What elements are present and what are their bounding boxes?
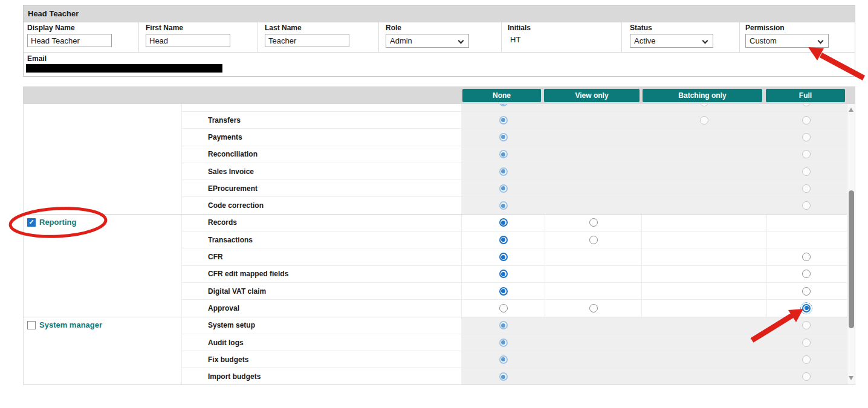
section-checkbox-reporting[interactable] [27,218,36,227]
view-cell [545,266,641,282]
full-cell [766,215,846,231]
accruals-batching-radio [700,104,708,106]
full-cell [766,232,846,248]
field-divider [138,22,139,52]
feature-cell: Audit logs [182,334,461,351]
eprocurement-full-radio [802,184,811,193]
feature-cell: Fix budgets [182,351,461,368]
permission-row-transactions: Transactions [24,231,848,248]
batching-cell [641,248,766,265]
view-only-column-button[interactable]: View only [544,89,640,102]
feature-name: Code correction [208,201,264,210]
display-name-input[interactable] [27,34,112,47]
radio-area [461,231,848,248]
section-cell: System manager [24,317,182,334]
section-checkbox-system-manager[interactable] [27,321,36,329]
none-cell [461,104,545,111]
audit-logs-none-radio [499,338,508,347]
none-cell [461,146,545,163]
feature-name: Records [208,218,237,227]
radio-area [461,334,848,351]
full-column-button[interactable]: Full [766,89,845,102]
field-divider [501,22,502,52]
view-cell [545,317,641,334]
batching-cell [641,215,766,231]
code-correction-none-radio [499,201,508,210]
feature-name: Audit logs [208,338,244,347]
sales-invoice-full-radio [802,167,811,176]
none-cell [461,197,545,213]
feature-name: Fix budgets [208,355,248,364]
permission-dropdown[interactable]: Custom [745,34,829,48]
none-column-button[interactable]: None [462,89,541,102]
approval-none-radio[interactable] [499,304,508,312]
field-divider [739,22,740,52]
user-fields-row: Display Name First Name Last Name Role A… [24,22,855,52]
radio-area [461,196,848,213]
cfr-none-radio[interactable] [499,253,508,261]
field-divider [621,22,622,52]
section-cell [24,334,182,351]
vertical-scrollbar[interactable] [847,104,855,384]
cfr-edit-mapped-fields-full-radio[interactable] [802,270,811,278]
feature-cell: Accruals [182,104,461,111]
audit-logs-full-radio [802,338,811,347]
status-dropdown[interactable]: Active [630,34,713,48]
radio-area [461,317,848,334]
radio-area [461,282,848,299]
last-name-field: Last Name [265,24,349,47]
batching-only-column-button[interactable]: Batching only [643,89,762,102]
records-view-radio[interactable] [589,218,598,227]
feature-cell: Transactions [182,231,461,248]
batching-cell [641,197,766,213]
approval-full-radio[interactable] [802,304,811,312]
transactions-none-radio[interactable] [499,236,508,244]
scroll-down-icon[interactable] [849,376,853,380]
system-setup-none-radio [499,321,508,329]
radio-area [461,104,848,111]
radio-area [461,351,848,368]
scrollbar-thumb[interactable] [849,190,854,328]
full-cell [766,334,846,351]
permission-row-payments: Payments [24,128,848,145]
permissions-table-body: AccrualsTransfersPaymentsReconciliationS… [23,104,855,385]
digital-vat-claim-full-radio[interactable] [802,287,811,296]
section-label: Reporting [39,218,76,227]
reconciliation-none-radio [499,150,508,158]
none-cell [461,180,545,196]
records-none-radio[interactable] [499,218,508,227]
feature-cell: Payments [182,128,461,145]
last-name-input[interactable] [265,34,349,47]
transfers-full-radio [802,116,811,125]
batching-cell [641,163,766,180]
feature-name: CFR [208,253,223,261]
role-dropdown[interactable]: Admin [386,34,469,48]
view-cell [545,129,641,145]
permission-row-records: ReportingRecords [24,214,848,231]
scroll-up-icon[interactable] [849,108,853,112]
none-cell [461,283,545,299]
approval-view-radio[interactable] [589,304,598,312]
chevron-down-icon [818,38,824,44]
first-name-input[interactable] [146,34,230,47]
none-cell [461,112,545,128]
digital-vat-claim-none-radio[interactable] [499,287,508,296]
initials-label: Initials [508,24,531,32]
status-label: Status [630,24,713,32]
status-value: Active [634,36,655,45]
cfr-full-radio[interactable] [802,253,811,261]
full-cell [766,112,846,128]
section-cell [24,265,182,282]
radio-area [461,111,848,128]
feature-name: Transactions [208,236,253,244]
batching-cell [641,300,766,316]
role-value: Admin [390,36,412,45]
view-cell [545,334,641,351]
view-cell [545,197,641,213]
feature-cell: Transfers [182,111,461,128]
transactions-view-radio[interactable] [589,236,598,244]
cfr-edit-mapped-fields-none-radio[interactable] [499,270,508,278]
view-cell [545,300,641,316]
view-cell [545,163,641,180]
view-cell [545,351,641,368]
